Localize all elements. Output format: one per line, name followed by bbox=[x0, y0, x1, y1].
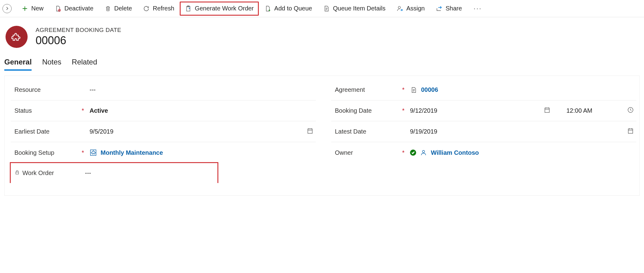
earliest-date-value: 9/5/2019 bbox=[90, 128, 113, 135]
add-to-queue-label: Add to Queue bbox=[274, 5, 312, 12]
delete-button[interactable]: Delete bbox=[99, 2, 138, 15]
field-work-order[interactable]: Work Order --- bbox=[10, 162, 218, 183]
queue-details-icon bbox=[323, 5, 330, 12]
share-icon bbox=[436, 5, 443, 12]
trash-icon bbox=[105, 5, 111, 12]
field-earliest-date[interactable]: Earliest Date 9/5/2019 bbox=[11, 121, 316, 142]
tab-notes[interactable]: Notes bbox=[42, 58, 61, 71]
required-marker: * bbox=[402, 107, 404, 114]
lock-icon bbox=[14, 170, 20, 177]
deactivate-icon bbox=[55, 5, 61, 12]
record-header: AGREEMENT BOOKING DATE 00006 bbox=[0, 17, 644, 53]
tab-related[interactable]: Related bbox=[72, 58, 97, 71]
delete-label: Delete bbox=[114, 5, 132, 12]
assign-label: Assign bbox=[406, 5, 425, 12]
generate-work-order-button[interactable]: Generate Work Order bbox=[180, 2, 259, 16]
document-icon bbox=[410, 86, 417, 94]
field-status[interactable]: Status * Active bbox=[11, 100, 316, 121]
resource-label: Resource bbox=[14, 86, 41, 93]
queue-item-details-button[interactable]: Queue Item Details bbox=[318, 2, 391, 15]
svg-point-10 bbox=[422, 150, 424, 153]
record-title: 00006 bbox=[36, 34, 121, 47]
earliest-date-label: Earliest Date bbox=[14, 128, 50, 135]
share-label: Share bbox=[446, 5, 462, 12]
owner-value[interactable]: William Contoso bbox=[431, 149, 479, 156]
field-resource[interactable]: Resource --- bbox=[11, 80, 316, 100]
resource-value: --- bbox=[90, 86, 96, 93]
field-booking-date[interactable]: Booking Date * 9/12/2019 12:00 AM bbox=[331, 100, 636, 121]
deactivate-button[interactable]: Deactivate bbox=[49, 2, 99, 15]
entity-badge bbox=[6, 26, 28, 48]
svg-rect-7 bbox=[545, 108, 550, 113]
add-to-queue-icon bbox=[264, 5, 271, 12]
latest-date-label: Latest Date bbox=[335, 128, 366, 135]
overflow-menu[interactable]: ··· bbox=[470, 5, 485, 13]
agreement-label: Agreement bbox=[335, 86, 365, 93]
form-col-right: Agreement * 00006 Booking Date * bbox=[331, 80, 636, 183]
refresh-button[interactable]: Refresh bbox=[137, 2, 180, 15]
tab-list: General Notes Related bbox=[0, 53, 644, 71]
booking-setup-value[interactable]: Monthly Maintenance bbox=[101, 149, 163, 156]
calendar-icon[interactable] bbox=[544, 107, 550, 115]
assign-button[interactable]: Assign bbox=[391, 2, 430, 15]
required-marker: * bbox=[82, 107, 84, 114]
booking-time-value: 12:00 AM bbox=[566, 107, 592, 114]
field-booking-setup[interactable]: Booking Setup * Monthly Maintenance bbox=[11, 142, 316, 163]
owner-label: Owner bbox=[335, 149, 353, 156]
generate-work-order-label: Generate Work Order bbox=[195, 5, 254, 12]
svg-rect-6 bbox=[16, 172, 19, 174]
new-button[interactable]: New bbox=[16, 2, 49, 15]
person-icon bbox=[420, 149, 427, 156]
latest-date-value: 9/19/2019 bbox=[410, 128, 437, 135]
command-bar: New Deactivate Delete Refresh Generate W… bbox=[0, 0, 644, 17]
form-body: Resource --- Status * Active Earliest Da… bbox=[4, 76, 640, 196]
status-value: Active bbox=[90, 107, 108, 114]
booking-date-value: 9/12/2019 bbox=[410, 107, 437, 114]
form-col-left: Resource --- Status * Active Earliest Da… bbox=[11, 80, 316, 183]
header-text: AGREEMENT BOOKING DATE 00006 bbox=[36, 27, 121, 47]
required-marker: * bbox=[402, 86, 404, 93]
agreement-value[interactable]: 00006 bbox=[421, 86, 438, 93]
work-order-value: --- bbox=[85, 170, 91, 177]
calendar-icon[interactable] bbox=[307, 127, 313, 136]
status-label: Status bbox=[14, 107, 32, 114]
booking-date-label: Booking Date bbox=[335, 107, 372, 114]
calendar-icon[interactable] bbox=[627, 127, 634, 136]
booking-setup-label: Booking Setup bbox=[14, 149, 54, 156]
svg-point-3 bbox=[398, 6, 400, 8]
required-marker: * bbox=[82, 149, 84, 156]
assign-icon bbox=[397, 5, 403, 12]
presence-available-icon bbox=[410, 150, 416, 156]
required-marker: * bbox=[402, 149, 404, 156]
puzzle-icon bbox=[11, 32, 22, 42]
refresh-label: Refresh bbox=[153, 5, 174, 12]
back-button[interactable] bbox=[2, 4, 12, 13]
entity-type-label: AGREEMENT BOOKING DATE bbox=[36, 27, 121, 33]
deactivate-label: Deactivate bbox=[64, 5, 94, 12]
work-order-label: Work Order bbox=[22, 170, 54, 177]
clock-icon[interactable] bbox=[627, 107, 634, 115]
add-to-queue-button[interactable]: Add to Queue bbox=[259, 2, 317, 15]
svg-rect-4 bbox=[308, 129, 312, 134]
field-agreement[interactable]: Agreement * 00006 bbox=[331, 80, 636, 100]
svg-rect-9 bbox=[628, 129, 633, 134]
field-latest-date[interactable]: Latest Date 9/19/2019 bbox=[331, 121, 636, 142]
queue-item-details-label: Queue Item Details bbox=[333, 5, 385, 12]
new-label: New bbox=[31, 5, 44, 12]
plus-icon bbox=[21, 5, 28, 12]
share-button[interactable]: Share bbox=[430, 2, 467, 15]
refresh-icon bbox=[143, 5, 150, 12]
chevron-right-icon bbox=[6, 7, 9, 10]
tab-general[interactable]: General bbox=[4, 58, 32, 71]
clipboard-icon bbox=[185, 5, 192, 12]
puzzle-icon bbox=[90, 149, 97, 156]
field-owner[interactable]: Owner * William Contoso bbox=[331, 142, 636, 163]
